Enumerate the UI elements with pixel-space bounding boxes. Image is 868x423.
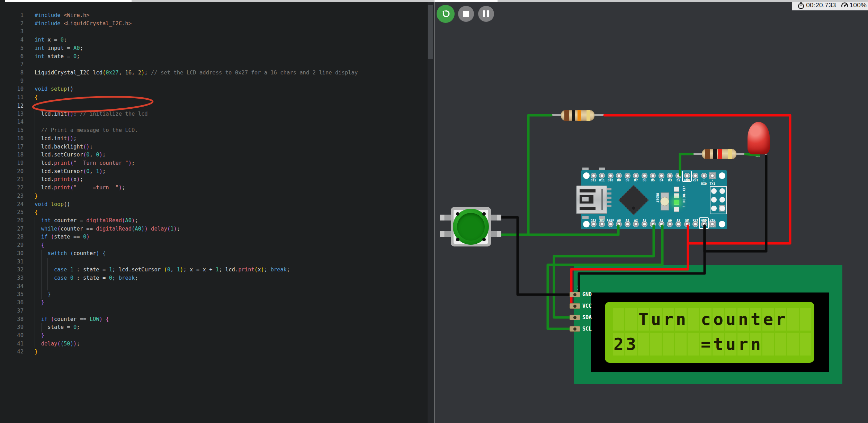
line-number: 38 bbox=[0, 315, 24, 324]
line-number: 36 bbox=[0, 299, 24, 307]
code-line: 16 lcd.init(); bbox=[0, 135, 428, 143]
code-line: 30 switch (counter) { bbox=[0, 250, 428, 258]
resistor-10k[interactable] bbox=[561, 110, 594, 121]
line-number: 26 bbox=[0, 217, 24, 225]
sim-time: 00:20.733 bbox=[806, 1, 836, 9]
pause-icon bbox=[483, 10, 489, 17]
line-number: 31 bbox=[0, 258, 24, 266]
red-led[interactable] bbox=[748, 122, 770, 154]
code-line: 29 { bbox=[0, 241, 428, 250]
restart-button[interactable] bbox=[437, 5, 455, 23]
wire[interactable] bbox=[680, 154, 692, 175]
line-number: 6 bbox=[0, 53, 24, 61]
code-line: 2#include <LiquidCrystal_I2C.h> bbox=[0, 20, 428, 28]
lcd-pin-label-SDA: SDA bbox=[582, 315, 592, 320]
code-line: 32 case 1 : state = 1; lcd.setCursor (0,… bbox=[0, 266, 428, 274]
code-line: 23} bbox=[0, 192, 428, 200]
code-line: 28 if (state == 0) bbox=[0, 233, 428, 241]
resistor-band bbox=[718, 149, 722, 159]
resistor-band bbox=[705, 149, 710, 159]
code-line: 1#include <Wire.h> bbox=[0, 11, 428, 20]
code-line: 10void setup() bbox=[0, 85, 428, 93]
line-number: 19 bbox=[0, 159, 24, 168]
editor-scrollbar bbox=[428, 0, 434, 423]
line-number: 40 bbox=[0, 332, 24, 340]
code-line: 37 bbox=[0, 307, 428, 315]
lcd-pin-label-VCC: VCC bbox=[582, 303, 592, 309]
wire[interactable] bbox=[573, 226, 705, 295]
line-number: 9 bbox=[0, 77, 24, 86]
code-line: 42} bbox=[0, 348, 428, 356]
line-number: 23 bbox=[0, 192, 24, 200]
line-number: 29 bbox=[0, 241, 24, 250]
line-number: 27 bbox=[0, 225, 24, 233]
code-line: 24void loop() bbox=[0, 200, 428, 209]
resistor-band bbox=[728, 149, 732, 159]
lcd-pin-label-GND: GND bbox=[582, 292, 592, 297]
code-line: 33 case 0 : state = 0; break; bbox=[0, 274, 428, 282]
code-line: 41 delay((50)); bbox=[0, 340, 428, 348]
line-number: 12 bbox=[0, 102, 24, 110]
line-number: 15 bbox=[0, 126, 24, 135]
code-lines: 1#include <Wire.h>2#include <LiquidCryst… bbox=[0, 11, 428, 356]
wire-layer bbox=[435, 0, 868, 423]
line-number: 13 bbox=[0, 110, 24, 118]
resistor-band bbox=[713, 149, 717, 159]
line-number: 14 bbox=[0, 118, 24, 126]
code-line: 3 bbox=[0, 28, 428, 36]
wire[interactable] bbox=[548, 226, 662, 329]
pause-button[interactable] bbox=[478, 6, 494, 22]
speed-gauge-icon bbox=[840, 1, 849, 10]
code-editor-panel[interactable]: 1#include <Wire.h>2#include <LiquidCryst… bbox=[0, 0, 428, 423]
push-button[interactable] bbox=[451, 207, 491, 246]
code-line: 9 bbox=[0, 77, 428, 86]
stop-icon bbox=[463, 11, 469, 17]
code-line: 6int state = 0; bbox=[0, 53, 428, 61]
resistor-band bbox=[587, 110, 590, 121]
code-line: 27 while(counter == digitalRead(A0)) del… bbox=[0, 225, 428, 233]
code-line: 31 bbox=[0, 258, 428, 266]
code-line: 26 int counter = digitalRead(A0); bbox=[0, 217, 428, 225]
code-line: 17 lcd.backlight(); bbox=[0, 143, 428, 151]
resistor-1k[interactable] bbox=[702, 149, 736, 159]
line-number: 7 bbox=[0, 61, 24, 69]
stop-button[interactable] bbox=[458, 6, 474, 22]
top-strip bbox=[0, 0, 868, 2]
line-number: 35 bbox=[0, 290, 24, 299]
code-line: 14 bbox=[0, 118, 428, 126]
red-ellipse-annotation bbox=[30, 95, 155, 114]
code-line: 20 lcd.setCursor(0, 1); bbox=[0, 168, 428, 176]
line-number: 42 bbox=[0, 348, 24, 356]
line-number: 18 bbox=[0, 151, 24, 159]
code-line: 19 lcd.print(" Turn counter "); bbox=[0, 159, 428, 168]
line-number: 28 bbox=[0, 233, 24, 241]
resistor-band bbox=[564, 110, 569, 121]
code-line: 39 state = 0; bbox=[0, 323, 428, 332]
top-strip-tab-right bbox=[435, 0, 498, 2]
line-number: 34 bbox=[0, 282, 24, 291]
line-number: 3 bbox=[0, 28, 24, 36]
code-line: 5int input = A0; bbox=[0, 44, 428, 53]
code-line: 4int x = 0; bbox=[0, 36, 428, 44]
wire[interactable] bbox=[705, 156, 766, 251]
code-line: 18 lcd.setCursor(0, 0); bbox=[0, 151, 428, 159]
code-line: 7 bbox=[0, 61, 428, 69]
panel-divider[interactable] bbox=[434, 0, 435, 423]
stopwatch-icon bbox=[797, 1, 805, 10]
restart-icon bbox=[440, 9, 451, 19]
scrollbar-thumb[interactable] bbox=[428, 5, 433, 59]
code-line: 8LiquidCrystal_I2C lcd(0x27, 16, 2); // … bbox=[0, 69, 428, 77]
line-number: 39 bbox=[0, 323, 24, 332]
lcd-pin-label-SCL: SCL bbox=[582, 326, 592, 332]
resistor-band bbox=[578, 110, 581, 121]
line-number: 8 bbox=[0, 69, 24, 77]
line-number: 41 bbox=[0, 340, 24, 348]
line-number: 2 bbox=[0, 20, 24, 28]
line-number: 22 bbox=[0, 184, 24, 192]
wire[interactable] bbox=[554, 226, 654, 317]
wire[interactable] bbox=[528, 115, 551, 235]
code-line: 25{ bbox=[0, 208, 428, 217]
code-line: 35 } bbox=[0, 290, 428, 299]
line-number: 5 bbox=[0, 44, 24, 53]
line-number: 21 bbox=[0, 176, 24, 184]
